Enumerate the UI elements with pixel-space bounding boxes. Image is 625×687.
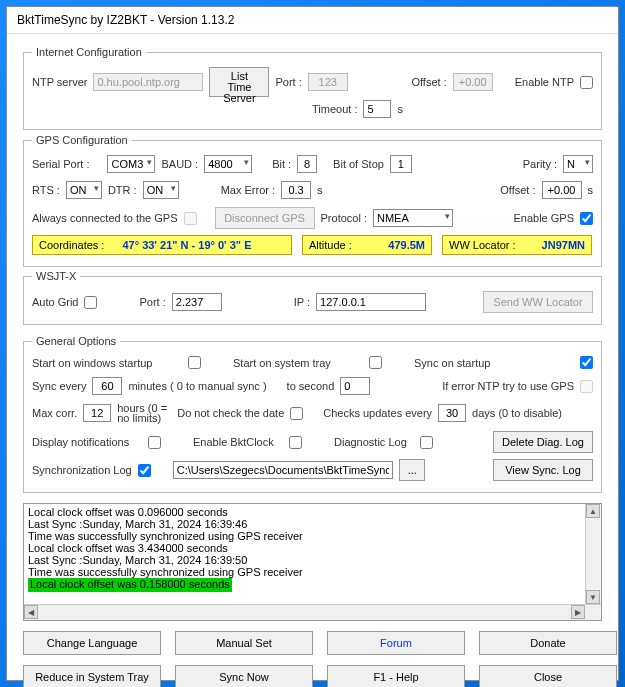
gps-offset-label: Offset : [500, 184, 535, 196]
change-language-button[interactable]: Change Language [23, 631, 161, 655]
enable-gps-label: Enable GPS [513, 212, 574, 224]
log-line: Last Sync :Sunday, March 31, 2024 16:39:… [28, 554, 597, 566]
locator-label: WW Locator : [449, 239, 516, 251]
baud-label: BAUD : [161, 158, 198, 170]
log-output[interactable]: Local clock offset was 0.096000 seconds … [23, 503, 602, 621]
forum-button[interactable]: Forum [327, 631, 465, 655]
sync-now-button[interactable]: Sync Now [175, 665, 313, 687]
locator-value: JN97MN [542, 239, 585, 251]
diag-log-checkbox[interactable] [420, 436, 433, 449]
sync-log-label: Synchronization Log [32, 464, 132, 476]
sync-every-input[interactable] [92, 377, 122, 395]
baud-select[interactable] [204, 155, 252, 173]
to-second-input[interactable] [340, 377, 370, 395]
reduce-tray-button[interactable]: Reduce in System Tray [23, 665, 161, 687]
stop-label: Bit of Stop [333, 158, 384, 170]
enable-clock-checkbox[interactable] [289, 436, 302, 449]
scroll-left-icon[interactable]: ◀ [24, 605, 38, 619]
log-line: Time was successfully synchronized using… [28, 530, 597, 542]
check-updates-input[interactable] [438, 404, 466, 422]
protocol-select[interactable] [373, 209, 453, 227]
coordinates-label: Coordinates : [39, 239, 104, 251]
max-corr-unit: hours (0 = no limits) [117, 403, 171, 423]
log-line: Time was successfully synchronized using… [28, 566, 597, 578]
enable-ntp-label: Enable NTP [515, 76, 574, 88]
vertical-scrollbar[interactable]: ▲ ▼ [585, 504, 601, 604]
maxerr-input[interactable] [281, 181, 311, 199]
scroll-up-icon[interactable]: ▲ [586, 504, 600, 518]
scroll-right-icon[interactable]: ▶ [571, 605, 585, 619]
timeout-unit: s [397, 103, 403, 115]
offset-label: Offset : [411, 76, 446, 88]
help-button[interactable]: F1 - Help [327, 665, 465, 687]
sync-every-unit: minutes ( 0 to manual sync ) [128, 380, 266, 392]
wsjtx-group: WSJT-X Auto Grid Port : IP : Send WW Loc… [23, 270, 602, 325]
enable-ntp-checkbox[interactable] [580, 76, 593, 89]
wsjt-ip-input[interactable] [316, 293, 426, 311]
autogrid-checkbox[interactable] [84, 296, 97, 309]
browse-button[interactable]: ... [399, 459, 425, 481]
wsjt-port-label: Port : [139, 296, 165, 308]
start-tray-label: Start on system tray [233, 357, 363, 369]
altitude-label: Altitude : [309, 239, 352, 251]
view-sync-button[interactable]: View Sync. Log [493, 459, 593, 481]
donate-button[interactable]: Donate [479, 631, 617, 655]
gps-offset-input[interactable] [542, 181, 582, 199]
max-corr-label: Max corr. [32, 407, 77, 419]
sync-every-label: Sync every [32, 380, 86, 392]
general-legend: General Options [32, 335, 120, 347]
sync-log-checkbox[interactable] [138, 464, 151, 477]
always-connected-checkbox [184, 212, 197, 225]
bit-label: Bit : [272, 158, 291, 170]
no-check-date-checkbox[interactable] [290, 407, 303, 420]
dtr-select[interactable] [143, 181, 179, 199]
maxerr-label: Max Error : [221, 184, 275, 196]
serial-port-select[interactable] [107, 155, 155, 173]
send-locator-button: Send WW Locator [483, 291, 593, 313]
horizontal-scrollbar[interactable]: ◀ ▶ [24, 604, 601, 620]
window-title: BktTimeSync by IZ2BKT - Version 1.13.2 [7, 7, 618, 34]
sync-log-path-input[interactable] [173, 461, 393, 479]
check-updates-label: Checks updates every [323, 407, 432, 419]
dtr-label: DTR : [108, 184, 137, 196]
rts-select[interactable] [66, 181, 102, 199]
max-corr-input[interactable] [83, 404, 111, 422]
main-window: BktTimeSync by IZ2BKT - Version 1.13.2 I… [6, 6, 619, 681]
autogrid-label: Auto Grid [32, 296, 78, 308]
offset-input[interactable] [453, 73, 493, 91]
if-error-checkbox [580, 380, 593, 393]
list-time-server-button[interactable]: List Time Server [209, 67, 269, 97]
scroll-down-icon[interactable]: ▼ [586, 590, 600, 604]
manual-set-button[interactable]: Manual Set [175, 631, 313, 655]
gps-offset-unit: s [588, 184, 594, 196]
start-windows-checkbox[interactable] [188, 356, 201, 369]
coordinates-value: 47° 33' 21" N - 19° 0' 3" E [122, 239, 251, 251]
timeout-input[interactable] [363, 100, 391, 118]
gps-legend: GPS Configuration [32, 134, 132, 146]
wsjt-ip-label: IP : [294, 296, 310, 308]
internet-config-group: Internet Configuration NTP server List T… [23, 46, 602, 130]
if-error-label: If error NTP try to use GPS [442, 380, 574, 392]
delete-diag-button[interactable]: Delete Diag. Log [493, 431, 593, 453]
bit-input[interactable] [297, 155, 317, 173]
ntp-server-input[interactable] [93, 73, 203, 91]
general-options-group: General Options Start on windows startup… [23, 335, 602, 493]
always-connected-label: Always connected to the GPS [32, 212, 178, 224]
sync-startup-checkbox[interactable] [580, 356, 593, 369]
disconnect-gps-button: Disconnect GPS [215, 207, 315, 229]
internet-legend: Internet Configuration [32, 46, 146, 58]
enable-gps-checkbox[interactable] [580, 212, 593, 225]
stop-input[interactable] [390, 155, 412, 173]
parity-label: Parity : [523, 158, 557, 170]
wsjtx-legend: WSJT-X [32, 270, 80, 282]
port-input[interactable] [308, 73, 348, 91]
parity-select[interactable] [563, 155, 593, 173]
log-line: Last Sync :Sunday, March 31, 2024 16:39:… [28, 518, 597, 530]
close-button[interactable]: Close [479, 665, 617, 687]
ntp-server-label: NTP server [32, 76, 87, 88]
log-line: Local clock offset was 3.434000 seconds [28, 542, 597, 554]
start-tray-checkbox[interactable] [369, 356, 382, 369]
display-notif-checkbox[interactable] [148, 436, 161, 449]
wsjt-port-input[interactable] [172, 293, 222, 311]
check-updates-unit: days (0 to disable) [472, 407, 562, 419]
